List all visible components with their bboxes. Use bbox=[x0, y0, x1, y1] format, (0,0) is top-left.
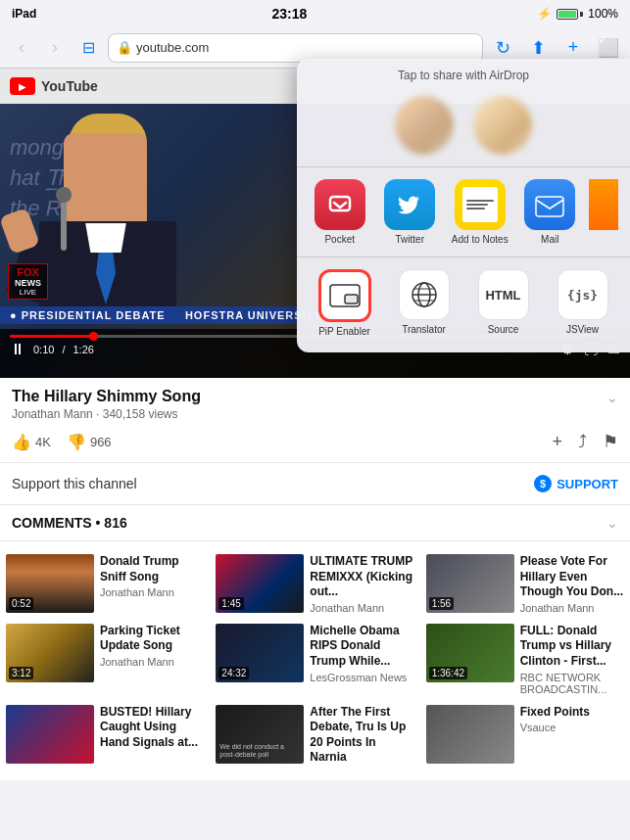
current-time: 0:10 bbox=[33, 344, 54, 355]
video-thumbnail: 3:12 bbox=[6, 624, 94, 682]
tabs-button[interactable]: ⬜ bbox=[595, 34, 622, 62]
thumbs-down-icon: 👎 bbox=[67, 433, 86, 451]
support-button[interactable]: $ SUPPORT bbox=[534, 475, 618, 492]
twitter-icon bbox=[384, 179, 435, 230]
total-duration: 1:26 bbox=[73, 344, 93, 355]
video-thumbnail: We did not conduct a post-debate poll bbox=[216, 705, 304, 764]
new-tab-button[interactable]: + bbox=[559, 34, 587, 62]
share-app-pip[interactable]: PiP Enabler bbox=[309, 269, 380, 337]
share-app-pocket[interactable]: Pocket bbox=[309, 179, 371, 245]
expand-icon[interactable]: ⌄ bbox=[606, 390, 618, 405]
like-button[interactable]: 👍 4K bbox=[12, 433, 51, 451]
pause-button[interactable]: ⏸ bbox=[10, 341, 25, 358]
extra-icon bbox=[589, 179, 618, 230]
share-apps-row-2: PiP Enabler Translator HTML Source bbox=[297, 261, 630, 345]
duration-badge: 24:32 bbox=[218, 667, 249, 679]
video-item-title: After The First Debate, Tru Is Up 20 Poi… bbox=[310, 705, 413, 766]
video-thumbnail bbox=[6, 705, 94, 764]
reload-button[interactable]: ↻ bbox=[489, 34, 516, 62]
list-item[interactable]: 0:52 Donald Trump Sniff Song Jonathan Ma… bbox=[0, 549, 210, 619]
battery-label: 100% bbox=[588, 7, 618, 21]
support-dollar-icon: $ bbox=[534, 475, 552, 492]
video-item-info: Donald Trump Sniff Song Jonathan Mann bbox=[100, 554, 204, 614]
progress-fill bbox=[10, 335, 89, 338]
mail-label: Mail bbox=[541, 234, 558, 245]
video-item-title: Michelle Obama RIPS Donald Trump While..… bbox=[310, 624, 413, 670]
video-item-channel: Jonathan Mann bbox=[100, 586, 204, 598]
view-count: 340,158 views bbox=[103, 407, 178, 421]
video-figure bbox=[20, 114, 216, 319]
html-text: HTML bbox=[485, 288, 520, 303]
lock-icon: 🔒 bbox=[117, 40, 132, 55]
add-to-playlist-button[interactable]: + bbox=[552, 432, 562, 452]
url-bar[interactable]: 🔒 youtube.com bbox=[108, 33, 483, 63]
mail-icon bbox=[524, 179, 575, 230]
pocket-label: Pocket bbox=[324, 234, 355, 245]
duration-badge: 3:12 bbox=[9, 667, 33, 679]
share-app-extra[interactable] bbox=[589, 179, 618, 245]
video-item-title: FULL: Donald Trump vs Hillary Clinton - … bbox=[520, 624, 624, 670]
video-row-1: 0:52 Donald Trump Sniff Song Jonathan Ma… bbox=[0, 549, 630, 619]
youtube-play-icon: ▶ bbox=[19, 81, 26, 92]
dislike-button[interactable]: 👎 966 bbox=[67, 433, 112, 451]
video-item-channel: Jonathan Mann bbox=[520, 602, 624, 614]
list-item[interactable]: 1:45 ULTIMATE TRUMP REMIXXX (Kicking out… bbox=[210, 549, 419, 619]
share-app-jsview[interactable]: {js} JSView bbox=[547, 269, 618, 337]
share-video-button[interactable]: ⤴ bbox=[578, 432, 587, 452]
time-display: 23:18 bbox=[271, 6, 307, 22]
dislike-count: 966 bbox=[90, 435, 112, 449]
battery-indicator bbox=[557, 9, 583, 20]
video-item-title: Parking Ticket Update Song bbox=[100, 624, 204, 654]
airdrop-avatar-2[interactable] bbox=[473, 96, 532, 155]
video-thumbnail: 1:36:42 bbox=[426, 624, 514, 682]
video-item-info: BUSTED! Hillary Caught Using Hand Signal… bbox=[100, 705, 204, 768]
video-item-channel: Jonathan Mann bbox=[310, 602, 413, 614]
notes-icon bbox=[455, 179, 506, 230]
list-item[interactable]: 3:12 Parking Ticket Update Song Jonathan… bbox=[0, 619, 210, 700]
comments-chevron-icon[interactable]: ⌄ bbox=[606, 515, 618, 531]
comments-header[interactable]: COMMENTS • 816 ⌄ bbox=[0, 505, 630, 541]
share-app-mail[interactable]: Mail bbox=[519, 179, 582, 245]
video-thumbnail: 1:45 bbox=[216, 554, 304, 613]
share-divider bbox=[297, 166, 630, 167]
video-item-info: Fixed Points Vsauce bbox=[520, 705, 624, 768]
airdrop-avatar-1[interactable] bbox=[395, 96, 454, 155]
related-videos-list: 0:52 Donald Trump Sniff Song Jonathan Ma… bbox=[0, 541, 630, 780]
source-label: Source bbox=[488, 324, 519, 335]
video-thumbnail: 1:56 bbox=[426, 554, 514, 613]
video-item-channel: RBC NETWORK BROADCASTIN... bbox=[520, 672, 624, 695]
video-info: The Hillary Shimmy Song ⌄ Jonathan Mann … bbox=[0, 378, 630, 463]
share-app-notes[interactable]: Add to Notes bbox=[449, 179, 511, 245]
support-button-label: SUPPORT bbox=[557, 477, 618, 491]
more-options-button[interactable]: ⚑ bbox=[603, 431, 618, 452]
svg-rect-1 bbox=[536, 197, 563, 216]
bookmarks-button[interactable]: ⊟ bbox=[74, 34, 102, 62]
video-thumbnail: 24:32 bbox=[216, 624, 304, 682]
list-item[interactable]: 1:36:42 FULL: Donald Trump vs Hillary Cl… bbox=[420, 619, 630, 700]
video-item-channel: LesGrossman News bbox=[310, 672, 413, 683]
share-button[interactable]: ⬆ bbox=[524, 34, 552, 62]
svg-rect-3 bbox=[345, 295, 358, 303]
share-app-twitter[interactable]: Twitter bbox=[379, 179, 442, 245]
list-item[interactable]: BUSTED! Hillary Caught Using Hand Signal… bbox=[0, 700, 210, 772]
back-button[interactable]: ‹ bbox=[8, 34, 35, 62]
jsview-label: JSView bbox=[566, 324, 599, 335]
duration-badge: 1:36:42 bbox=[429, 667, 467, 679]
share-sheet: Tap to share with AirDrop Pocket bbox=[297, 59, 630, 352]
share-divider-2 bbox=[297, 257, 630, 257]
video-title: The Hillary Shimmy Song bbox=[12, 388, 201, 405]
airdrop-avatars bbox=[297, 88, 630, 163]
list-item[interactable]: 1:56 Please Vote For Hillary Even Though… bbox=[420, 549, 630, 619]
share-app-translator[interactable]: Translator bbox=[388, 269, 460, 337]
video-item-channel: Jonathan Mann bbox=[100, 656, 204, 668]
video-item-title: ULTIMATE TRUMP REMIXXX (Kicking out... bbox=[310, 554, 413, 600]
duration-badge: 1:45 bbox=[218, 597, 243, 610]
share-app-source[interactable]: HTML Source bbox=[467, 269, 539, 337]
list-item[interactable]: We did not conduct a post-debate poll Af… bbox=[210, 700, 419, 772]
list-item[interactable]: Fixed Points Vsauce bbox=[420, 700, 630, 772]
youtube-logo: ▶ bbox=[10, 77, 35, 95]
video-item-info: Michelle Obama RIPS Donald Trump While..… bbox=[310, 624, 413, 695]
list-item[interactable]: 24:32 Michelle Obama RIPS Donald Trump W… bbox=[210, 619, 419, 700]
notes-label: Add to Notes bbox=[452, 234, 509, 245]
forward-button[interactable]: › bbox=[41, 34, 69, 62]
